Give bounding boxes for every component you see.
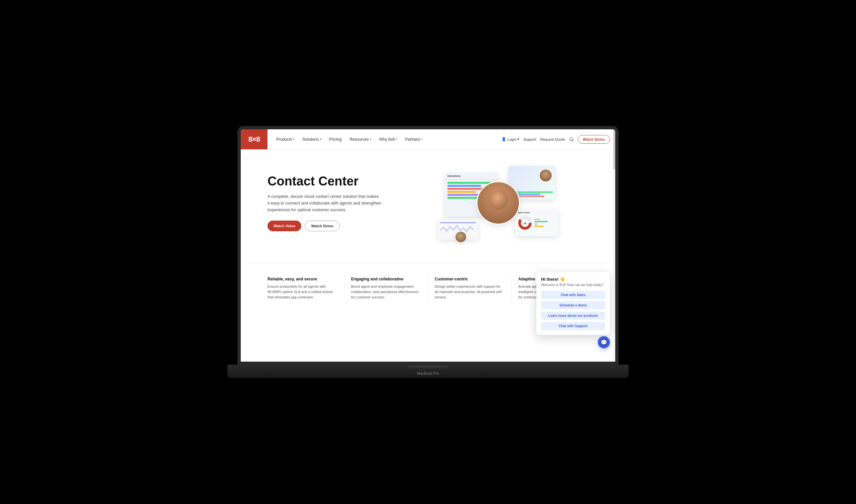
logo-text: 8×8 [248, 135, 260, 144]
watch-demo-hero-button[interactable]: Watch Demo [305, 220, 339, 231]
hero-text: Contact Center A complete, secure cloud … [268, 175, 408, 231]
nav-item-solutions[interactable]: Solutions ▾ [299, 135, 324, 144]
chat-widget: Hi there! 👋 Welcome to 8×8! How can we h… [536, 272, 610, 335]
learn-products-button[interactable]: Learn more about our products [541, 311, 605, 320]
laptop-base: MacBook Pro [227, 365, 629, 378]
chat-sales-button[interactable]: Chat with Sales [541, 291, 605, 299]
feature-title-0: Reliable, easy, and secure [268, 277, 337, 282]
hero-panel-status: Agent Status 76 Active [515, 210, 558, 236]
hero-image: Interactions [408, 163, 588, 243]
navbar: 8×8 Products ▾ Solutions ▾ Pricing [241, 129, 615, 149]
chat-greeting: Hi there! 👋 [541, 277, 605, 282]
nav-item-partners[interactable]: Partners ▾ [402, 135, 426, 144]
feature-title-2: Customer-centric [435, 277, 504, 282]
hero-title: Contact Center [268, 175, 408, 188]
chat-subtext: Welcome to 8×8! How can we help today? [541, 283, 605, 287]
support-link[interactable]: Support [523, 137, 536, 141]
feature-desc-0: Ensure productivity for all agents with … [268, 284, 337, 300]
nav-item-pricing[interactable]: Pricing [326, 135, 345, 144]
nav-item-why8x8[interactable]: Why 8x8 ▾ [376, 135, 400, 144]
hero-section: Contact Center A complete, secure cloud … [241, 149, 615, 256]
nav-right: 👤 Login ▾ Support Request Quote [502, 135, 615, 144]
logo[interactable]: 8×8 [241, 129, 268, 149]
feature-desc-1: Boost agent and employee engagement, col… [351, 284, 421, 300]
hero-avatar-center [477, 181, 520, 224]
feature-reliable: Reliable, easy, and secure Ensure produc… [261, 273, 344, 303]
search-icon[interactable] [569, 137, 574, 142]
chevron-down-icon: ▾ [517, 137, 519, 141]
request-quote-link[interactable]: Request Quote [540, 137, 565, 141]
chevron-down-icon: ▾ [370, 138, 371, 141]
feature-desc-2: Design better experiences with support f… [435, 284, 504, 300]
hero-image-container: Interactions [438, 166, 558, 240]
chevron-down-icon: ▾ [421, 138, 423, 141]
hero-buttons: Watch Video Watch Demo [268, 220, 408, 231]
donut-chart: 76 [518, 216, 532, 230]
svg-point-0 [570, 137, 573, 140]
svg-text:76: 76 [524, 222, 527, 225]
hero-description: A complete, secure cloud contact center … [268, 193, 381, 213]
hero-avatar-small [455, 231, 467, 243]
chat-support-button[interactable]: Chat with Support [541, 322, 605, 330]
svg-line-1 [572, 140, 573, 141]
laptop-label: MacBook Pro [417, 371, 439, 375]
login-button[interactable]: 👤 Login ▾ [502, 137, 519, 141]
nav-links: Products ▾ Solutions ▾ Pricing Resources… [268, 135, 502, 144]
nav-item-resources[interactable]: Resources ▾ [346, 135, 374, 144]
chat-bubble-button[interactable]: 💬 [598, 336, 610, 348]
schedule-demo-button[interactable]: Schedule a demo [541, 301, 605, 309]
nav-item-products[interactable]: Products ▾ [273, 135, 298, 144]
chevron-down-icon: ▾ [396, 138, 397, 141]
chat-bubble-icon: 💬 [601, 339, 607, 346]
feature-title-1: Engaging and collaborative [351, 277, 421, 282]
laptop-notch [408, 365, 448, 368]
feature-customer-centric: Customer-centric Design better experienc… [428, 273, 512, 303]
watch-video-button[interactable]: Watch Video [268, 220, 301, 231]
feature-engaging: Engaging and collaborative Boost agent a… [344, 273, 428, 303]
watch-demo-nav-button[interactable]: Watch Demo [578, 135, 610, 144]
chevron-down-icon: ▾ [293, 138, 294, 141]
scrollbar-track [613, 129, 615, 362]
chevron-down-icon: ▾ [320, 138, 321, 141]
